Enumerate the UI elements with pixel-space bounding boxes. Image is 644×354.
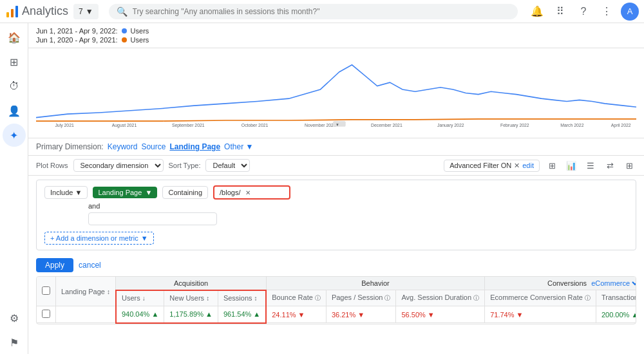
chart-svg: July 2021 August 2021 September 2021 Oct…: [36, 51, 636, 128]
th-checkbox: [37, 277, 56, 306]
ecomm-conv-value: 71.74% ▼: [490, 311, 523, 319]
list-icon[interactable]: ☰: [583, 158, 598, 172]
svg-text:March 2022: March 2022: [560, 122, 583, 127]
filter-and-input[interactable]: [88, 212, 217, 225]
date-range: Jun 1, 2021 - Apr 9, 2022: Users Jun 1, …: [28, 23, 644, 48]
svg-text:September 2021: September 2021: [172, 122, 205, 127]
help-icon[interactable]: ?: [574, 3, 592, 21]
th-group-acquisition: Acquisition: [116, 277, 266, 290]
dim-landing-page[interactable]: Landing Page: [169, 142, 220, 151]
filter-badge: Advanced Filter ON ✕ edit: [444, 160, 540, 172]
td-bounce-rate: 24.11% ▼: [266, 306, 326, 323]
notifications-icon[interactable]: 🔔: [528, 3, 546, 21]
sidebar-item-settings[interactable]: ⚙: [3, 306, 26, 330]
search-icon: 🔍: [117, 6, 128, 17]
sort-type-select[interactable]: Default: [205, 159, 250, 172]
sidebar-item-home[interactable]: 🏠: [3, 26, 26, 49]
filter-and-label: and: [88, 202, 628, 210]
cancel-link[interactable]: cancel: [79, 261, 101, 270]
dim-other[interactable]: Other ▼: [224, 142, 253, 151]
secondary-dim-select[interactable]: Secondary dimension: [73, 159, 164, 172]
sidebar: 🏠 ⊞ ⏱ 👤 ✦ ⚙ ⚑: [0, 23, 28, 354]
th-users[interactable]: Users ↓: [116, 290, 164, 306]
logo-icon: [5, 5, 19, 19]
sidebar-item-user[interactable]: 👤: [3, 99, 26, 122]
current-metric: Users: [131, 27, 149, 35]
apply-button[interactable]: Apply: [36, 258, 73, 272]
select-all-checkbox[interactable]: [42, 286, 50, 295]
add-dimension-button[interactable]: + Add a dimension or metric ▼: [44, 232, 154, 245]
compare-icon[interactable]: ⇄: [603, 158, 617, 172]
filter-include-dropdown[interactable]: Include ▼: [44, 186, 88, 199]
grid-icon[interactable]: ⊞: [545, 158, 559, 172]
svg-text:April 2022: April 2022: [611, 122, 631, 127]
th-bounce-rate[interactable]: Bounce Rate ⓘ: [266, 290, 326, 306]
chart-icon[interactable]: 📊: [564, 158, 578, 172]
td-transactions: 200.00% ▲: [596, 306, 636, 323]
avg-session-value: 56.50% ▼: [401, 311, 434, 319]
svg-text:July 2021: July 2021: [55, 122, 73, 127]
th-landing-page[interactable]: Landing Page ↕: [56, 277, 116, 306]
sidebar-item-flag[interactable]: ⚑: [3, 331, 26, 354]
app-header: Analytics 7 ▼ 🔍 🔔 ⠿ ? ⋮ A: [0, 0, 644, 23]
td-ecomm-conv: 71.74% ▼: [485, 306, 596, 323]
filter-clear-icon[interactable]: ✕: [514, 162, 520, 170]
dim-keyword[interactable]: Keyword: [108, 142, 138, 151]
apps-icon[interactable]: ⠿: [551, 3, 569, 21]
th-avg-session[interactable]: Avg. Session Duration ⓘ: [396, 290, 485, 306]
property-selector[interactable]: 7 ▼: [73, 4, 99, 19]
filter-value-input[interactable]: /blogs/ ✕: [213, 185, 290, 200]
td-users: 940.04% ▲: [116, 306, 164, 323]
th-group-behavior: Behavior: [266, 277, 484, 290]
th-transactions[interactable]: Transactions ⓘ: [596, 290, 636, 306]
bounce-rate-value: 24.11% ▼: [272, 311, 305, 319]
sort-type-label: Sort Type:: [169, 162, 201, 169]
pivot-icon[interactable]: ⊞: [622, 158, 636, 172]
th-group-conversions: Conversions eCommerce: [485, 277, 636, 290]
th-sessions[interactable]: Sessions ↕: [218, 290, 266, 306]
layout: 🏠 ⊞ ⏱ 👤 ✦ ⚙ ⚑ Jun 1, 2021 - Apr 9, 2022:…: [0, 23, 644, 354]
primary-dim-label: Primary Dimension:: [36, 142, 104, 151]
filter-badge-text: Advanced Filter ON: [450, 162, 511, 169]
avatar[interactable]: A: [621, 3, 639, 21]
search-bar[interactable]: 🔍: [109, 4, 518, 19]
filter-dimension-dropdown[interactable]: Landing Page ▼: [93, 187, 157, 198]
svg-rect-1: [11, 9, 14, 17]
users-value: 940.04% ▲: [122, 310, 158, 318]
search-input[interactable]: [133, 7, 510, 16]
svg-text:February 2022: February 2022: [500, 122, 529, 127]
th-new-users[interactable]: New Users ↕: [164, 290, 218, 306]
row-checkbox[interactable]: [42, 310, 50, 318]
filter-containing: Containing: [162, 186, 208, 199]
more-icon[interactable]: ⋮: [598, 3, 616, 21]
td-pages-session: 36.21% ▼: [326, 306, 396, 323]
sidebar-item-realtime[interactable]: ⏱: [3, 75, 26, 98]
primary-dimension: Primary Dimension: Keyword Source Landin…: [28, 138, 644, 156]
svg-text:▼: ▼: [336, 122, 339, 126]
filter-section: Include ▼ Landing Page ▼ Containing /blo…: [36, 180, 636, 250]
data-table: Landing Page ↕ Acquisition Behavior Conv…: [36, 276, 636, 324]
th-pages-session[interactable]: Pages / Session ⓘ: [326, 290, 396, 306]
plot-rows-label: Plot Rows: [36, 162, 68, 169]
th-ecomm-conv[interactable]: Ecommerce Conversion Rate ⓘ: [485, 290, 596, 306]
previous-dot: [122, 37, 127, 42]
chart-area: July 2021 August 2021 September 2021 Oct…: [28, 48, 644, 138]
apply-row: Apply cancel: [28, 254, 644, 276]
td-avg-session: 56.50% ▼: [396, 306, 485, 323]
previous-metric: Users: [131, 36, 149, 44]
header-icons: 🔔 ⠿ ? ⋮ A: [528, 3, 639, 21]
svg-text:December 2021: December 2021: [371, 122, 402, 127]
sidebar-item-explore[interactable]: ✦: [3, 124, 26, 147]
logo: Analytics: [5, 5, 68, 19]
dim-source[interactable]: Source: [141, 142, 166, 151]
previous-date-label: Jun 1, 2020 - Apr 9, 2021:: [36, 36, 118, 44]
conversions-type-select[interactable]: eCommerce: [589, 279, 636, 288]
table-row: 940.04% ▲ 1,175.89% ▲ 961.54% ▲ 24.11% ▼: [37, 306, 636, 323]
svg-rect-2: [15, 6, 18, 17]
filter-edit-link[interactable]: edit: [522, 162, 534, 169]
current-dot: [122, 28, 127, 33]
svg-rect-0: [6, 12, 9, 17]
sidebar-item-reports[interactable]: ⊞: [3, 50, 26, 73]
toolbar: Plot Rows Secondary dimension Sort Type:…: [28, 156, 644, 176]
transactions-value: 200.00% ▲: [601, 311, 636, 319]
